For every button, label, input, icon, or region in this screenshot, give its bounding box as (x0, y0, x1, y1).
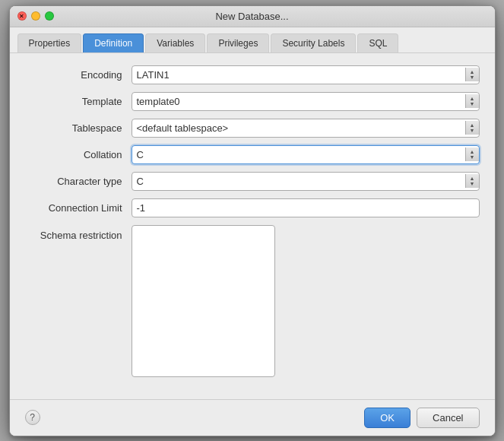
arrow-down-icon: ▼ (470, 181, 475, 186)
tablespace-arrows[interactable]: ▲ ▼ (465, 121, 479, 135)
help-button[interactable]: ? (25, 410, 40, 425)
tab-bar: Properties Definition Variables Privileg… (10, 27, 495, 53)
encoding-select-wrapper: LATIN1 ▲ ▼ (132, 65, 480, 84)
tab-properties[interactable]: Properties (17, 33, 82, 52)
tab-security-labels[interactable]: Security Labels (271, 33, 356, 52)
arrow-up-icon: ▲ (470, 96, 475, 101)
template-arrows[interactable]: ▲ ▼ (465, 94, 479, 108)
character-type-label: Character type (25, 176, 132, 187)
form-content: Encoding LATIN1 ▲ ▼ Template template0 ▲ (10, 53, 495, 399)
template-control: template0 ▲ ▼ (132, 92, 480, 111)
dialog-footer: ? OK Cancel (10, 399, 495, 436)
character-type-control: C ▲ ▼ (132, 172, 480, 191)
arrow-down-icon: ▼ (470, 154, 475, 160)
arrow-up-icon: ▲ (470, 69, 475, 75)
tablespace-row: Tablespace <default tablespace> ▲ ▼ (25, 119, 480, 138)
character-type-value[interactable]: C (132, 173, 465, 190)
tablespace-value[interactable]: <default tablespace> (132, 119, 465, 137)
tablespace-control: <default tablespace> ▲ ▼ (132, 119, 480, 138)
close-button[interactable]: ✕ (17, 11, 27, 21)
character-type-arrows[interactable]: ▲ ▼ (465, 174, 479, 188)
arrow-down-icon: ▼ (470, 128, 475, 133)
collation-row: Collation C ▲ ▼ (25, 145, 480, 164)
schema-restriction-textarea[interactable] (132, 225, 275, 377)
window-controls: ✕ (17, 11, 54, 21)
template-select-wrapper: template0 ▲ ▼ (132, 92, 480, 111)
schema-restriction-control (132, 225, 480, 379)
character-type-select-wrapper: C ▲ ▼ (132, 172, 480, 191)
template-row: Template template0 ▲ ▼ (25, 92, 480, 111)
arrow-up-icon: ▲ (470, 122, 475, 128)
ok-button[interactable]: OK (364, 408, 410, 428)
schema-restriction-row: Schema restriction (25, 225, 480, 379)
tab-definition[interactable]: Definition (83, 33, 144, 52)
encoding-label: Encoding (25, 69, 132, 81)
template-label: Template (25, 96, 132, 107)
tab-privileges[interactable]: Privileges (207, 33, 269, 52)
template-value[interactable]: template0 (132, 93, 465, 110)
collation-label: Collation (25, 149, 132, 160)
dialog-title: New Database... (215, 11, 288, 22)
arrow-up-icon: ▲ (470, 176, 475, 181)
close-icon: ✕ (19, 13, 24, 20)
maximize-button[interactable] (45, 11, 54, 21)
minimize-button[interactable] (31, 11, 40, 21)
collation-arrows[interactable]: ▲ ▼ (465, 148, 479, 161)
encoding-row: Encoding LATIN1 ▲ ▼ (25, 65, 480, 84)
collation-control: C ▲ ▼ (132, 145, 480, 164)
collation-value[interactable]: C (132, 146, 465, 163)
arrow-down-icon: ▼ (470, 75, 475, 80)
encoding-value[interactable]: LATIN1 (132, 66, 465, 84)
character-type-row: Character type C ▲ ▼ (25, 172, 480, 191)
cancel-button[interactable]: Cancel (417, 408, 479, 428)
collation-select-wrapper: C ▲ ▼ (132, 145, 480, 164)
connection-limit-input[interactable] (132, 198, 480, 217)
tab-sql[interactable]: SQL (357, 33, 398, 52)
tab-variables[interactable]: Variables (145, 33, 205, 52)
arrow-down-icon: ▼ (470, 101, 475, 106)
title-bar: ✕ New Database... (10, 6, 495, 27)
connection-limit-row: Connection Limit (25, 198, 480, 217)
dialog: ✕ New Database... Properties Definition … (9, 5, 496, 436)
connection-limit-control (132, 198, 480, 217)
arrow-up-icon: ▲ (470, 149, 475, 154)
tablespace-select-wrapper: <default tablespace> ▲ ▼ (132, 119, 480, 138)
connection-limit-label: Connection Limit (25, 202, 132, 214)
schema-restriction-label: Schema restriction (25, 225, 132, 241)
encoding-control: LATIN1 ▲ ▼ (132, 65, 480, 84)
encoding-arrows[interactable]: ▲ ▼ (465, 68, 479, 81)
help-icon: ? (30, 412, 35, 423)
tablespace-label: Tablespace (25, 122, 132, 134)
